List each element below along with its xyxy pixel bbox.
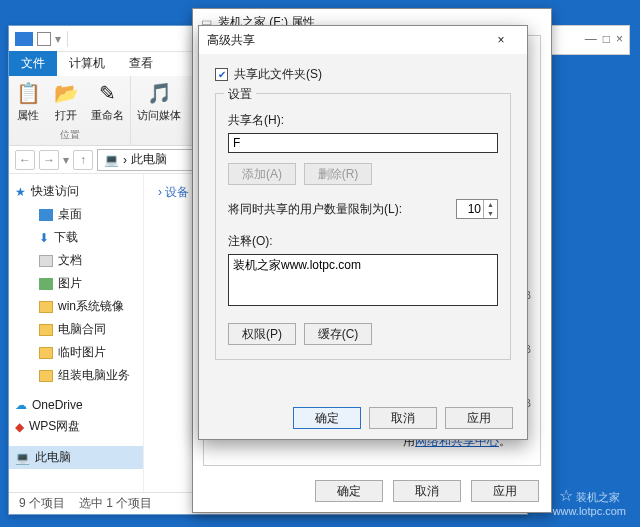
folder-icon (39, 301, 53, 313)
watermark: ☆ 装机之家 www.lotpc.com (553, 486, 626, 517)
history-dropdown-icon[interactable]: ▾ (63, 153, 69, 167)
user-limit-label: 将同时共享的用户数量限制为(L): (228, 201, 402, 218)
props-ok-button[interactable]: 确定 (315, 480, 383, 502)
nav-downloads[interactable]: ⬇下载 (9, 226, 143, 249)
app-icon (37, 32, 51, 46)
forward-button[interactable]: → (39, 150, 59, 170)
nav-wps[interactable]: ◆WPS网盘 (9, 415, 143, 438)
pc-icon: 💻 (104, 153, 119, 167)
cache-button[interactable]: 缓存(C) (304, 323, 372, 345)
share-folder-checkbox[interactable]: ✔ 共享此文件夹(S) (215, 66, 511, 83)
monitor-icon (15, 32, 33, 46)
nav-folder-biz[interactable]: 组装电脑业务 (9, 364, 143, 387)
remove-button[interactable]: 删除(R) (304, 163, 372, 185)
nav-folder-temp[interactable]: 临时图片 (9, 341, 143, 364)
address-location: 此电脑 (131, 151, 167, 168)
nav-folder-winimg[interactable]: win系统镜像 (9, 295, 143, 318)
user-limit-input[interactable] (457, 200, 483, 218)
rename-icon: ✎ (95, 80, 121, 106)
open-icon: 📂 (53, 80, 79, 106)
nav-this-pc[interactable]: 💻此电脑 (9, 446, 143, 469)
wps-icon: ◆ (15, 420, 24, 434)
folder-icon (39, 370, 53, 382)
adv-cancel-button[interactable]: 取消 (369, 407, 437, 429)
navigation-pane: ★ 快速访问 桌面 ⬇下载 文档 图片 win系统镜像 电脑合同 临时图片 组装… (9, 174, 144, 492)
close-icon: × (497, 33, 504, 47)
adv-apply-button[interactable]: 应用 (445, 407, 513, 429)
folder-icon (39, 347, 53, 359)
watermark-line2: www.lotpc.com (553, 505, 626, 517)
tab-computer[interactable]: 计算机 (57, 51, 117, 76)
adv-titlebar: 高级共享 × (199, 26, 527, 54)
settings-group: 设置 共享名(H): 添加(A) 删除(R) 将同时共享的用户数量限制为(L):… (215, 93, 511, 360)
ribbon-section-location: 位置 (9, 127, 130, 143)
advanced-sharing-dialog: 高级共享 × ✔ 共享此文件夹(S) 设置 共享名(H): 添加(A) 删除(R… (198, 25, 528, 440)
adv-buttons: 确定 取消 应用 (199, 397, 527, 439)
adv-title-text: 高级共享 (207, 32, 255, 49)
download-icon: ⬇ (39, 231, 49, 245)
props-apply-button[interactable]: 应用 (471, 480, 539, 502)
close-button[interactable]: × (483, 30, 519, 50)
bg-close-icon[interactable]: × (616, 32, 623, 46)
cloud-icon: ☁ (15, 398, 27, 412)
watermark-line1: 装机之家 (576, 491, 620, 503)
ribbon-properties-button[interactable]: 📋 属性 (9, 76, 47, 127)
add-button[interactable]: 添加(A) (228, 163, 296, 185)
share-folder-label: 共享此文件夹(S) (234, 66, 322, 83)
nav-quick-access[interactable]: ★ 快速访问 (9, 180, 143, 203)
star-icon: ★ (15, 185, 26, 199)
up-button[interactable]: ↑ (73, 150, 93, 170)
sharename-input[interactable] (228, 133, 498, 153)
bg-min-icon[interactable]: — (585, 32, 597, 46)
status-item-count: 9 个项目 (19, 495, 65, 512)
bg-max-icon[interactable]: □ (603, 32, 610, 46)
spin-up-icon[interactable]: ▲ (484, 200, 497, 209)
star-icon: ☆ (559, 487, 573, 504)
comment-textarea[interactable] (228, 254, 498, 306)
pc-icon: 💻 (15, 451, 30, 465)
tab-view[interactable]: 查看 (117, 51, 165, 76)
settings-legend: 设置 (224, 86, 256, 103)
folder-icon (39, 324, 53, 336)
sharename-label: 共享名(H): (228, 112, 498, 129)
document-icon (39, 255, 53, 267)
ribbon-rename-button[interactable]: ✎ 重命名 (85, 76, 130, 127)
nav-onedrive[interactable]: ☁OneDrive (9, 395, 143, 415)
nav-documents[interactable]: 文档 (9, 249, 143, 272)
nav-desktop[interactable]: 桌面 (9, 203, 143, 226)
properties-buttons: 确定 取消 应用 (193, 474, 551, 512)
address-sep: › (123, 153, 127, 167)
props-cancel-button[interactable]: 取消 (393, 480, 461, 502)
user-limit-spinner[interactable]: ▲▼ (456, 199, 498, 219)
checkbox-icon: ✔ (215, 68, 228, 81)
spin-down-icon[interactable]: ▼ (484, 209, 497, 218)
picture-icon (39, 278, 53, 290)
permissions-button[interactable]: 权限(P) (228, 323, 296, 345)
properties-icon: 📋 (15, 80, 41, 106)
nav-folder-contract[interactable]: 电脑合同 (9, 318, 143, 341)
ribbon-open-button[interactable]: 📂 打开 (47, 76, 85, 127)
comment-label: 注释(O): (228, 233, 498, 250)
desktop-icon (39, 209, 53, 221)
tab-file[interactable]: 文件 (9, 51, 57, 76)
media-icon: 🎵 (146, 80, 172, 106)
status-selection: 选中 1 个项目 (79, 495, 152, 512)
ribbon-media-button[interactable]: 🎵 访问媒体 (131, 76, 187, 145)
adv-ok-button[interactable]: 确定 (293, 407, 361, 429)
nav-pictures[interactable]: 图片 (9, 272, 143, 295)
back-button[interactable]: ← (15, 150, 35, 170)
